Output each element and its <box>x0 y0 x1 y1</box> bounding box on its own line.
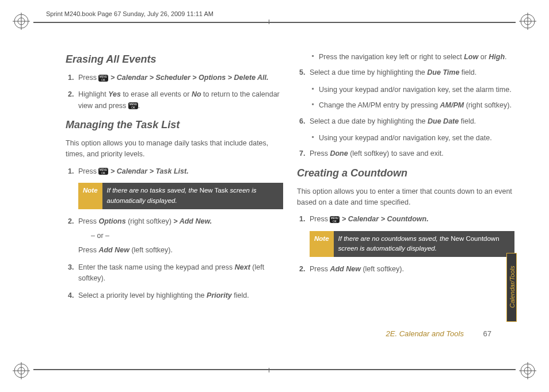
task-step-7: Press Done (left softkey) to save and ex… <box>307 148 514 159</box>
bullet-ampm: Change the AM/PM entry by pressing AM/PM… <box>312 100 514 111</box>
footer-section: 2E. Calendar and Tools <box>386 329 464 338</box>
note-text: If there are no countdowns saved, the Ne… <box>334 231 514 258</box>
countdown-steps: Press MENUOK > Calendar > Countdown. <box>297 214 514 225</box>
side-tab-label: Calendar/Tools <box>509 252 516 322</box>
task-steps-right-2: Select a due date by highlighting the Du… <box>297 116 514 127</box>
side-tab: Calendar/Tools <box>506 253 517 322</box>
task-step-5: Select a due time by highlighting the Du… <box>307 67 514 78</box>
erase-steps: Press MENUOK > Calendar > Scheduler > Op… <box>66 72 283 112</box>
note-label: Note <box>310 231 334 258</box>
heading-erasing-all-events: Erasing All Events <box>66 52 283 68</box>
note-text: If there are no tasks saved, the New Tas… <box>102 183 283 209</box>
top-rule <box>33 22 516 23</box>
bottom-rule <box>33 369 516 370</box>
task-steps-right: Select a due time by highlighting the Du… <box>297 67 514 78</box>
bullet-set-alarm-time: Using your keypad and/or navigation key,… <box>312 84 514 95</box>
page-body: Erasing All Events Press MENUOK > Calend… <box>66 52 514 352</box>
task-step-2: Press Options (right softkey) > Add New.… <box>76 216 283 256</box>
bullet-priority-select: Press the navigation key left or right t… <box>312 52 514 63</box>
note-box-task: Note If there are no tasks saved, the Ne… <box>78 183 283 209</box>
cropmark-bl <box>13 362 30 379</box>
task-steps-cont: Press Options (right softkey) > Add New.… <box>66 216 283 301</box>
column-right: Press the navigation key left or right t… <box>297 52 514 352</box>
erase-step-2: Highlight Yes to erase all events or No … <box>76 89 283 112</box>
bullet-set-date: Using your keypad and/or navigation key,… <box>312 133 514 144</box>
footer-page-number: 67 <box>483 329 491 338</box>
note-box-countdown: Note If there are no countdowns saved, t… <box>310 231 514 258</box>
countdown-steps-cont: Press Add New (left softkey). <box>297 264 514 275</box>
task-step-2-alt: Press Add New (left softkey). <box>78 245 283 256</box>
countdown-step-2: Press Add New (left softkey). <box>307 264 514 275</box>
task-step-6: Select a due date by highlighting the Du… <box>307 116 514 127</box>
task-steps: Press MENUOK > Calendar > Task List. <box>66 166 283 177</box>
heading-creating-countdown: Creating a Countdown <box>297 166 514 182</box>
countdown-step-1: Press MENUOK > Calendar > Countdown. <box>307 214 514 225</box>
menu-ok-icon: MENUOK <box>128 102 138 109</box>
menu-ok-icon: MENUOK <box>98 168 108 175</box>
top-notch <box>269 20 269 24</box>
menu-ok-icon: MENUOK <box>98 75 108 82</box>
task-steps-right-3: Press Done (left softkey) to save and ex… <box>297 148 514 159</box>
countdown-intro: This option allows you to enter a timer … <box>297 186 514 209</box>
task-intro: This option allows you to manage daily t… <box>66 138 283 160</box>
page-header: Sprint M240.book Page 67 Sunday, July 26… <box>46 10 214 17</box>
cropmark-br <box>519 362 536 379</box>
bottom-notch <box>269 368 269 372</box>
erase-step-1: Press MENUOK > Calendar > Scheduler > Op… <box>76 72 283 83</box>
task-step-4: Select a priority level by highlighting … <box>76 290 283 301</box>
task-step-2-or: – or – <box>91 230 283 241</box>
cropmark-tl <box>13 13 30 30</box>
task-step-3: Enter the task name using the keypad and… <box>76 262 283 285</box>
cropmark-tr <box>519 13 536 30</box>
task-step-1: Press MENUOK > Calendar > Task List. <box>76 166 283 177</box>
note-label: Note <box>78 183 102 209</box>
column-left: Erasing All Events Press MENUOK > Calend… <box>66 52 283 352</box>
heading-managing-task-list: Managing the Task List <box>66 117 283 133</box>
menu-ok-icon: MENUOK <box>330 216 340 223</box>
page-footer: 2E. Calendar and Tools 67 <box>386 329 491 338</box>
